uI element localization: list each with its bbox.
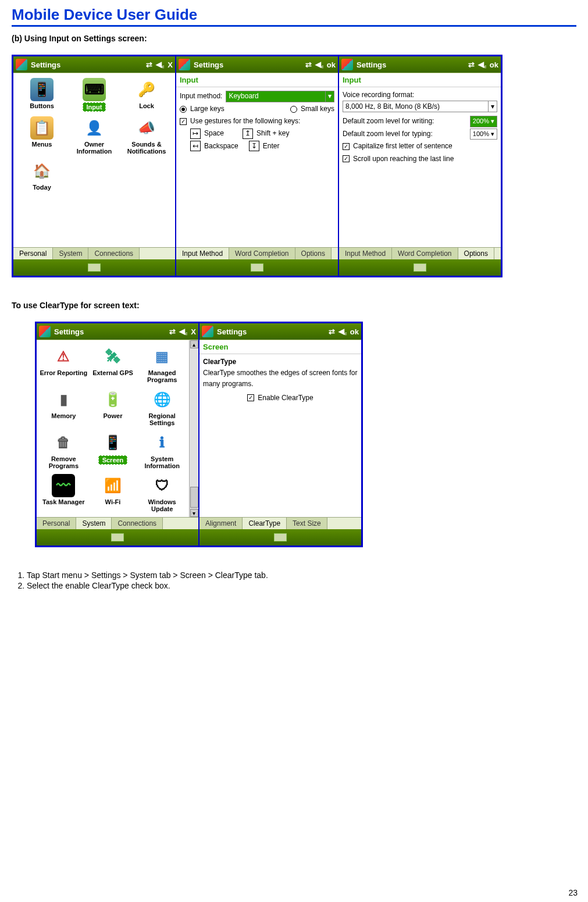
settings-item-managed[interactable]: ▦Managed Programs — [137, 344, 187, 384]
tab-connections[interactable]: Connections — [112, 518, 163, 529]
tab-alignment[interactable]: Alignment — [199, 518, 243, 529]
tab-connections[interactable]: Connections — [88, 248, 140, 259]
volume-icon[interactable]: ◀꜀ — [179, 327, 187, 336]
connectivity-icon[interactable]: ⇄ — [305, 60, 312, 69]
settings-item-today[interactable]: 🏠Today — [16, 158, 68, 192]
settings-item-menus[interactable]: 📋Menus — [16, 115, 68, 156]
settings-item-error[interactable]: ⚠Error Reporting — [39, 344, 88, 384]
close-icon[interactable]: X — [168, 60, 173, 69]
settings-item-sysinfo[interactable]: ℹSystem Information — [137, 430, 187, 470]
label-scroll: Scroll upon reaching the last line — [353, 154, 454, 165]
checkbox-capitalize[interactable] — [343, 143, 350, 150]
settings-item-screen[interactable]: 📱Screen — [88, 430, 138, 470]
settings-item-memory[interactable]: ▮Memory — [39, 387, 88, 427]
settings-item-buttons[interactable]: 📱Buttons — [16, 77, 68, 113]
keyboard-icon[interactable] — [251, 263, 263, 272]
label-large-keys: Large keys — [190, 104, 224, 115]
tab-input-method[interactable]: Input Method — [339, 248, 392, 259]
settings-item-gps[interactable]: 🛰External GPS — [88, 344, 138, 384]
tab-personal[interactable]: Personal — [13, 248, 53, 259]
scroll-up-icon[interactable]: ▴ — [190, 340, 198, 348]
start-icon[interactable] — [179, 59, 190, 70]
section-cleartype-heading: To use ClearType for screen text: — [12, 301, 576, 310]
zoom-writing-select[interactable]: 200% ▾ — [470, 116, 497, 127]
connectivity-icon[interactable]: ⇄ — [169, 327, 176, 336]
settings-item-lock[interactable]: 🔑Lock — [120, 77, 173, 113]
label-zoom-typing: Default zoom level for typing: — [343, 129, 466, 140]
connectivity-icon[interactable]: ⇄ — [468, 60, 475, 69]
start-icon[interactable] — [39, 326, 51, 337]
tab-input-method[interactable]: Input Method — [176, 248, 229, 259]
step-1: Tap Start menu > Settings > System tab >… — [27, 571, 576, 580]
label-capitalize: Capitalize first letter of sentence — [353, 141, 452, 152]
start-icon[interactable] — [341, 59, 353, 70]
volume-icon[interactable]: ◀꜀ — [156, 60, 164, 69]
device-input-method: Settings ⇄ ◀꜀ ok Input Input method: Key… — [176, 56, 338, 276]
start-icon[interactable] — [16, 59, 27, 70]
device-cleartype: Settings ⇄ ◀꜀ ok Screen ClearType ClearT… — [199, 323, 361, 546]
tab-word-completion[interactable]: Word Completion — [229, 248, 295, 259]
ok-button[interactable]: ok — [327, 60, 336, 69]
close-icon[interactable]: X — [191, 327, 196, 336]
connectivity-icon[interactable]: ⇄ — [146, 60, 152, 69]
ok-button[interactable]: ok — [350, 327, 359, 336]
settings-item-wifi[interactable]: 📶Wi-Fi — [88, 473, 138, 514]
start-icon[interactable] — [202, 326, 213, 337]
keyboard-icon[interactable] — [111, 533, 124, 541]
settings-item-task[interactable]: 〰Task Manager — [39, 473, 88, 514]
scroll-thumb[interactable] — [190, 487, 198, 508]
device-settings-personal: Settings ⇄ ◀꜀ X 📱Buttons ⌨Input 🔑Lock 📋M… — [13, 56, 175, 276]
screenshot-row-2: Settings ⇄ ◀꜀ X ⚠Error Reporting 🛰Extern… — [35, 322, 363, 547]
settings-item-sounds[interactable]: 📣Sounds & Notifications — [120, 115, 173, 156]
settings-item-input[interactable]: ⌨Input — [68, 77, 120, 113]
keyboard-icon[interactable] — [274, 533, 287, 541]
titlebar: Settings ⇄ ◀꜀ ok — [339, 56, 501, 73]
footer-bar — [37, 529, 198, 546]
footer-bar — [339, 259, 501, 276]
titlebar-text: Settings — [31, 60, 60, 69]
checkbox-gestures[interactable] — [180, 118, 187, 125]
tab-system[interactable]: System — [76, 518, 112, 529]
panel-heading-screen: Screen — [199, 340, 361, 354]
tab-text-size[interactable]: Text Size — [287, 518, 327, 529]
titlebar-text: Settings — [217, 327, 247, 336]
gesture-shift-icon: ↥ — [243, 129, 253, 139]
zoom-typing-select[interactable]: 100% ▾ — [470, 129, 497, 140]
radio-large-keys[interactable] — [180, 106, 187, 113]
tab-options[interactable]: Options — [458, 248, 494, 259]
checkbox-scroll[interactable] — [343, 155, 350, 162]
input-method-select[interactable]: Keyboard▾ — [226, 91, 334, 102]
settings-item-remove[interactable]: 🗑Remove Programs — [39, 430, 88, 470]
tab-options[interactable]: Options — [295, 248, 332, 259]
checkbox-enable-cleartype[interactable] — [247, 394, 254, 401]
tab-personal[interactable]: Personal — [37, 518, 76, 529]
label-enter: Enter — [263, 141, 280, 152]
volume-icon[interactable]: ◀꜀ — [315, 60, 323, 69]
titlebar-text: Settings — [194, 60, 223, 69]
volume-icon[interactable]: ◀꜀ — [338, 327, 347, 336]
steps-list: Tap Start menu > Settings > System tab >… — [12, 571, 576, 590]
connectivity-icon[interactable]: ⇄ — [329, 327, 335, 336]
keyboard-icon[interactable] — [88, 263, 101, 272]
titlebar-text: Settings — [54, 327, 84, 336]
label-backspace: Backspace — [204, 141, 238, 152]
panel-heading-input: Input — [176, 73, 338, 87]
scrollbar[interactable]: ▴ ▾ — [189, 340, 198, 517]
settings-item-regional[interactable]: 🌐Regional Settings — [137, 387, 187, 427]
tab-system[interactable]: System — [53, 248, 88, 259]
tab-cleartype[interactable]: ClearType — [243, 518, 287, 529]
volume-icon[interactable]: ◀꜀ — [478, 60, 486, 69]
settings-item-owner[interactable]: 👤Owner Information — [68, 115, 120, 156]
ok-button[interactable]: ok — [490, 60, 498, 69]
bottom-tabs: Personal System Connections — [13, 247, 175, 259]
voice-format-select[interactable]: 8,000 Hz, 8 Bit, Mono (8 KB/s)▾ — [343, 101, 497, 112]
tab-word-completion[interactable]: Word Completion — [392, 248, 458, 259]
settings-item-power[interactable]: 🔋Power — [88, 387, 138, 427]
label-zoom-writing: Default zoom level for writing: — [343, 116, 466, 127]
settings-item-update[interactable]: 🛡Windows Update — [137, 473, 187, 514]
radio-small-keys[interactable] — [290, 106, 297, 113]
settings-body: 📱Buttons ⌨Input 🔑Lock 📋Menus 👤Owner Info… — [13, 73, 175, 247]
keyboard-icon[interactable] — [414, 263, 426, 272]
section-b-heading: (b) Using Input on Settings screen: — [12, 34, 576, 43]
scroll-down-icon[interactable]: ▾ — [190, 509, 198, 517]
